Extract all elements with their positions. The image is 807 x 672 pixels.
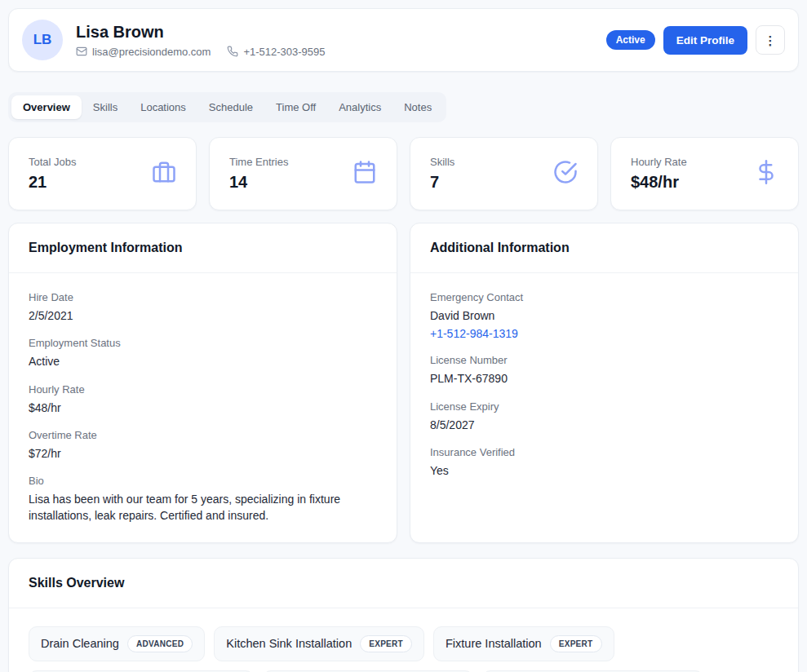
tab-locations[interactable]: Locations [129, 95, 197, 119]
stat-label: Total Jobs [29, 156, 77, 168]
skills-overview-title: Skills Overview [29, 576, 778, 590]
phone-item: +1-512-303-9595 [227, 46, 325, 58]
skills-list: Drain Cleaning ADVANCED Kitchen Sink Ins… [29, 626, 778, 672]
contact-row: lisa@precisiondemo.com +1-512-303-9595 [76, 46, 326, 58]
page-title: Lisa Brown [76, 23, 326, 42]
profile-header-card: LB Lisa Brown lisa@precisiondemo.com [8, 8, 799, 72]
stat-value: 14 [229, 173, 288, 192]
profile-name-block: Lisa Brown lisa@precisiondemo.com +1-512… [76, 23, 326, 58]
additional-information-title: Additional Information [430, 241, 778, 255]
employment-information-title: Employment Information [29, 241, 377, 255]
stat-label: Skills [430, 156, 454, 168]
skills-overview-card: Skills Overview Drain Cleaning ADVANCED … [8, 558, 799, 672]
profile-tabs: Overview Skills Locations Schedule Time … [8, 92, 446, 122]
stat-value: 7 [430, 173, 454, 192]
tab-skills[interactable]: Skills [82, 95, 129, 119]
skill-level-badge: ADVANCED [127, 635, 193, 652]
mail-icon [76, 46, 87, 57]
stat-total-jobs: Total Jobs 21 [8, 137, 197, 210]
stat-skills: Skills 7 [410, 137, 598, 210]
page: LB Lisa Brown lisa@precisiondemo.com [8, 8, 799, 672]
skill-level-badge: EXPERT [360, 635, 412, 652]
phone-icon [227, 46, 238, 57]
field-license-number: License Number PLM-TX-67890 [430, 354, 778, 387]
field-emergency-contact: Emergency Contact David Brown +1-512-984… [430, 291, 778, 341]
tab-overview[interactable]: Overview [11, 95, 82, 119]
email-text: lisa@precisiondemo.com [92, 46, 211, 58]
field-hire-date: Hire Date 2/5/2021 [29, 291, 377, 324]
stat-value: $48/hr [631, 173, 687, 192]
emergency-contact-phone-link[interactable]: +1-512-984-1319 [430, 327, 518, 340]
status-badge: Active [606, 30, 655, 50]
field-license-expiry: License Expiry 8/5/2027 [430, 400, 778, 433]
edit-profile-button[interactable]: Edit Profile [663, 26, 747, 55]
field-bio: Bio Lisa has been with our team for 5 ye… [29, 475, 377, 524]
skill-chip: Drain Cleaning ADVANCED [29, 626, 205, 661]
kebab-icon: ⋮ [765, 34, 777, 46]
check-circle-icon [553, 160, 578, 188]
field-overtime-rate: Overtime Rate $72/hr [29, 429, 377, 462]
stat-label: Time Entries [229, 156, 288, 168]
info-grid: Employment Information Hire Date 2/5/202… [8, 223, 799, 543]
additional-information-card: Additional Information Emergency Contact… [410, 223, 799, 543]
tab-schedule[interactable]: Schedule [197, 95, 264, 119]
employment-information-card: Employment Information Hire Date 2/5/202… [8, 223, 397, 543]
stats-grid: Total Jobs 21 Time Entries 14 Skills 7 [8, 137, 799, 210]
skill-chip: Fixture Installation EXPERT [433, 626, 614, 661]
field-insurance-verified: Insurance Verified Yes [430, 446, 778, 479]
skill-chip: Kitchen Sink Installation EXPERT [214, 626, 424, 661]
email-item: lisa@precisiondemo.com [76, 46, 211, 58]
skill-level-badge: EXPERT [550, 635, 602, 652]
stat-hourly-rate: Hourly Rate $48/hr [610, 137, 799, 210]
avatar: LB [22, 20, 63, 60]
more-options-button[interactable]: ⋮ [756, 25, 785, 55]
header-actions: Active Edit Profile ⋮ [606, 25, 785, 55]
calendar-icon [353, 160, 377, 188]
stat-label: Hourly Rate [631, 156, 687, 168]
stat-value: 21 [29, 173, 77, 192]
dollar-icon [754, 160, 778, 188]
stat-time-entries: Time Entries 14 [209, 137, 397, 210]
tab-analytics[interactable]: Analytics [327, 95, 392, 119]
phone-text: +1-512-303-9595 [243, 46, 325, 58]
field-hourly-rate: Hourly Rate $48/hr [29, 383, 377, 416]
tab-notes[interactable]: Notes [392, 95, 443, 119]
tab-time-off[interactable]: Time Off [264, 95, 327, 119]
field-employment-status: Employment Status Active [29, 337, 377, 369]
briefcase-icon [152, 160, 176, 188]
profile-identity: LB Lisa Brown lisa@precisiondemo.com [22, 20, 326, 60]
